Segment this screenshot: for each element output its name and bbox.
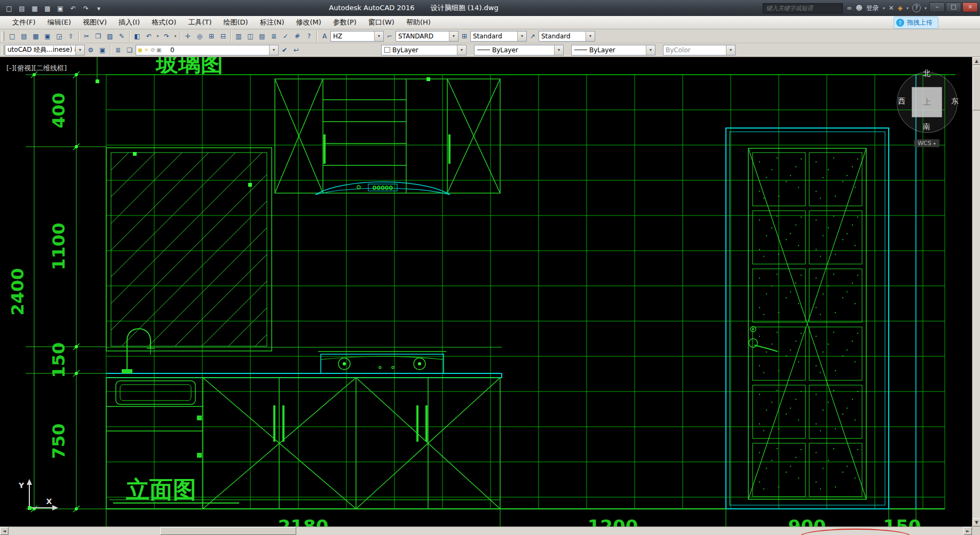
scroll-left-button[interactable]: ◄ <box>0 527 9 535</box>
signin-caret-icon[interactable]: ▾ <box>883 6 885 11</box>
save-as-icon[interactable]: ▩ <box>42 2 53 14</box>
plot-button[interactable]: ▣ <box>42 30 53 42</box>
help-caret-icon[interactable]: ▾ <box>924 6 927 11</box>
lineweight-dropdown-icon[interactable]: ▾ <box>646 45 655 55</box>
copy-button[interactable]: ❐ <box>92 30 104 42</box>
zoom-realtime-button[interactable]: ◎ <box>194 30 206 42</box>
menu-item-7[interactable]: 标注(N) <box>254 16 290 29</box>
maximize-button[interactable]: □ <box>946 2 961 12</box>
layer-combo[interactable]: ●☀⊘▣■0▾ <box>136 45 279 55</box>
drag-upload-badge[interactable]: ⇧ 拖拽上传 <box>894 17 938 29</box>
menu-item-5[interactable]: 工具(T) <box>182 16 217 29</box>
zoom-window-button[interactable]: ⊞ <box>206 30 217 42</box>
scroll-down-button[interactable]: ▼ <box>973 518 980 526</box>
match-properties-button[interactable]: ✎ <box>116 30 128 42</box>
redo-button[interactable]: ↷ <box>161 30 172 42</box>
make-object-layer-current-button[interactable]: ✔ <box>279 44 290 56</box>
layer-previous-button[interactable]: ↩ <box>290 44 302 56</box>
layer-properties-button[interactable]: ≣ <box>112 44 124 56</box>
drawing-viewport[interactable]: 000002400400110015075021801200900150玻璃图立… <box>0 57 972 526</box>
scroll-up-button[interactable]: ▲ <box>973 57 980 65</box>
dim-style-dropdown-icon[interactable]: ▾ <box>449 31 458 41</box>
horizontal-scroll-thumb[interactable] <box>160 527 296 535</box>
viewcube-south[interactable]: 南 <box>923 122 930 132</box>
text-style-combo[interactable]: HZ▾ <box>330 31 384 42</box>
save-button[interactable]: ▦ <box>30 30 42 42</box>
search-input[interactable] <box>763 3 843 13</box>
mleader-style-combo[interactable]: Standard▾ <box>539 31 595 42</box>
menu-item-8[interactable]: 修改(M) <box>290 16 327 29</box>
menu-item-2[interactable]: 视图(V) <box>77 16 113 29</box>
viewcube[interactable]: 北 南 西 东 上 WCS▾ <box>893 69 960 156</box>
mleader-style-button[interactable]: ↗ <box>527 30 539 42</box>
scroll-right-button[interactable]: ► <box>963 527 972 535</box>
color-combo[interactable]: ByLayer▾ <box>381 45 467 55</box>
undo-button[interactable]: ↶ <box>143 30 155 42</box>
redo-list-button[interactable]: ▾ <box>172 30 178 42</box>
layer-dropdown-icon[interactable]: ▾ <box>269 45 278 55</box>
toolbar-drag-handle[interactable] <box>2 31 4 41</box>
plot-style-dropdown-icon[interactable]: ▾ <box>726 45 735 55</box>
exchange-caret-icon[interactable]: ▾ <box>906 6 908 11</box>
table-style-button[interactable]: ⊞ <box>459 30 470 42</box>
block-editor-button[interactable]: ◧ <box>131 30 143 42</box>
save-icon[interactable]: ▦ <box>29 2 41 14</box>
plot-icon[interactable]: ▣ <box>54 2 66 14</box>
cad-canvas[interactable]: 000002400400110015075021801200900150玻璃图立… <box>0 57 972 526</box>
exchange-apps-icon[interactable]: ◈ <box>898 4 903 12</box>
minimize-button[interactable]: – <box>929 2 945 12</box>
save-workspace-button[interactable]: ▣ <box>97 44 108 56</box>
menu-item-10[interactable]: 窗口(W) <box>362 16 400 29</box>
workspace-combo[interactable]: utoCAD 经典...inese) 移植▾ <box>5 45 85 55</box>
mleader-style-dropdown-icon[interactable]: ▾ <box>586 31 595 41</box>
pan-button[interactable]: ✛ <box>182 30 194 42</box>
lineweight-combo[interactable]: ByLayer▾ <box>571 45 655 55</box>
open-icon[interactable]: ▤ <box>16 2 28 14</box>
paste-button[interactable]: ▨ <box>104 30 116 42</box>
text-style-dropdown-icon[interactable]: ▾ <box>374 31 383 41</box>
tool-palettes-button[interactable]: ▤ <box>256 30 268 42</box>
open-button[interactable]: ▤ <box>18 30 30 42</box>
viewcube-north[interactable]: 北 <box>923 69 930 78</box>
help-icon[interactable]: ? <box>912 4 921 12</box>
a360-icon[interactable]: ✕ <box>889 4 894 12</box>
menu-item-6[interactable]: 绘图(D) <box>218 16 254 29</box>
qat-menu-icon[interactable]: ▾ <box>93 2 105 14</box>
qnew-icon[interactable]: □ <box>3 2 15 14</box>
user-icon[interactable]: ☻ <box>856 4 863 12</box>
redo-icon[interactable]: ↷ <box>80 2 92 14</box>
undo-list-button[interactable]: ▾ <box>155 30 161 42</box>
linetype-dropdown-icon[interactable]: ▾ <box>554 45 563 55</box>
zoom-previous-button[interactable]: ⊟ <box>217 30 229 42</box>
properties-button[interactable]: ▥ <box>233 30 244 42</box>
table-style-dropdown-icon[interactable]: ▾ <box>517 31 526 41</box>
designcenter-button[interactable]: ◫ <box>244 30 256 42</box>
dim-style-button[interactable]: ⌐ <box>384 30 396 42</box>
table-style-combo[interactable]: Standard▾ <box>470 31 527 42</box>
vertical-scroll-thumb[interactable] <box>973 66 980 110</box>
workspace-dropdown-icon[interactable]: ▾ <box>75 45 84 55</box>
plot-style-combo[interactable]: ByColor▾ <box>663 45 736 55</box>
menu-item-1[interactable]: 编辑(E) <box>42 16 77 29</box>
menu-item-3[interactable]: 插入(I) <box>113 16 146 29</box>
close-button[interactable]: × <box>962 2 978 12</box>
menu-item-9[interactable]: 参数(P) <box>327 16 362 29</box>
sheet-set-manager-button[interactable]: ≣ <box>268 30 280 42</box>
linetype-combo[interactable]: ByLayer▾ <box>474 45 564 55</box>
viewcube-west[interactable]: 西 <box>898 97 905 106</box>
quickcalc-button[interactable]: # <box>291 30 303 42</box>
undo-icon[interactable]: ↶ <box>67 2 79 14</box>
qnew-button[interactable]: □ <box>6 30 18 42</box>
viewcube-wcs-menu[interactable]: WCS▾ <box>914 139 939 147</box>
menu-item-0[interactable]: 文件(F) <box>6 16 42 29</box>
menu-item-4[interactable]: 格式(O) <box>146 16 182 29</box>
plot-preview-button[interactable]: ◲ <box>53 30 65 42</box>
color-dropdown-icon[interactable]: ▾ <box>457 45 466 55</box>
vertical-scrollbar[interactable]: ▲ ▼ <box>972 57 980 526</box>
text-style-button[interactable]: A <box>319 30 330 42</box>
toolbar-drag-handle[interactable] <box>2 45 4 55</box>
markup-set-manager-button[interactable]: ✓ <box>280 30 291 42</box>
workspace-settings-button[interactable]: ⚙ <box>85 44 97 56</box>
viewcube-east[interactable]: 东 <box>951 97 959 106</box>
viewport-controls-label[interactable]: [-][俯视][二维线框] <box>6 63 67 73</box>
